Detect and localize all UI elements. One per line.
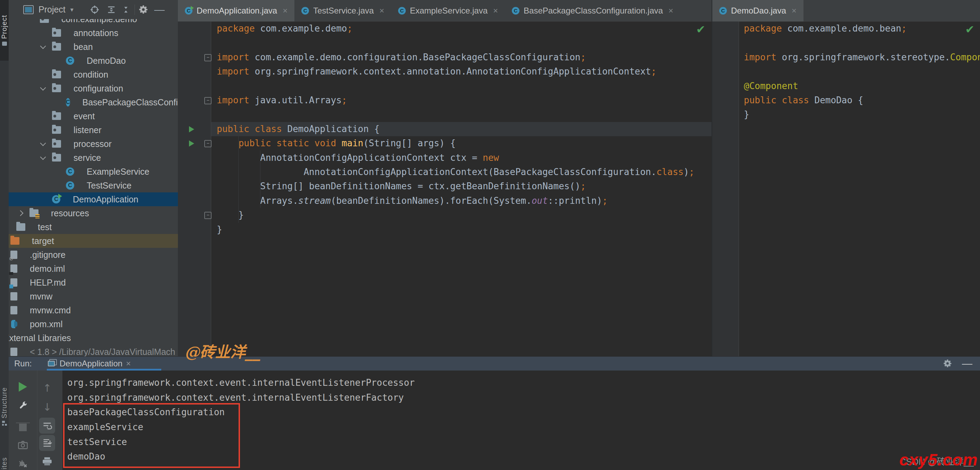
project-panel-title[interactable]: Project [38, 5, 65, 14]
hide-panel-icon[interactable]: — [154, 5, 165, 15]
tree-item-demoapplication[interactable]: CDemoApplication [9, 192, 178, 206]
tab-basepackageclassconfiguration-java[interactable]: CBasePackageClassConfiguration.java× [505, 0, 680, 22]
tree-item-condition[interactable]: condition [9, 68, 178, 81]
stop-button[interactable] [15, 421, 31, 434]
tree-item-pom-xml[interactable]: pom.xml [9, 317, 178, 331]
collapse-all-icon[interactable] [121, 5, 131, 15]
code-line: AnnotationConfigApplicationContext ctx =… [217, 151, 499, 165]
chevron-down-icon[interactable]: ▾ [70, 6, 73, 14]
chevron-down-icon[interactable] [40, 43, 46, 49]
close-icon[interactable]: × [379, 6, 384, 16]
tree-item--1-8-library-java-javavirtualmach[interactable]: < 1.8 > /Library/Java/JavaVirtualMach [9, 345, 178, 356]
project-window-icon[interactable] [23, 5, 33, 14]
class-run-icon: C [185, 7, 192, 14]
run-tab-label: DemoApplication [60, 359, 123, 368]
tree-item-annotations[interactable]: annotations [9, 26, 178, 40]
chevron-down-icon[interactable] [40, 140, 46, 146]
close-icon[interactable]: × [283, 6, 288, 16]
editor-gutter [712, 22, 739, 356]
soft-wrap-toggle[interactable] [39, 418, 55, 433]
code-line: AnnotationConfigApplicationContext(BaseP… [217, 165, 695, 179]
run-gutter-icon[interactable] [189, 140, 194, 147]
run-gutter-icon[interactable] [189, 126, 194, 132]
console-line: org.springframework.context.event.intern… [62, 375, 980, 390]
tree-item-resources[interactable]: resources [9, 206, 178, 220]
tab-label: DemoApplication.java [197, 6, 277, 16]
edit-configuration-wrench-icon[interactable] [15, 399, 31, 413]
editor-gutter [178, 22, 211, 356]
chevron-down-icon[interactable] [40, 85, 46, 91]
fold-marker-icon[interactable]: − [204, 212, 212, 219]
tree-item--gitignore[interactable]: .gitignore [9, 248, 178, 262]
close-icon[interactable]: × [668, 6, 673, 16]
scroll-to-end-toggle[interactable] [39, 435, 55, 451]
tree-item-label: TestService [87, 181, 131, 191]
no-problems-check-icon: ✔ [965, 23, 974, 36]
run-console[interactable]: org.springframework.context.event.intern… [62, 370, 980, 470]
tree-item-label: DemoApplication [73, 194, 138, 205]
run-tab[interactable]: DemoApplication × [48, 359, 131, 368]
print-icon[interactable] [39, 454, 55, 468]
expand-all-icon[interactable] [106, 5, 116, 15]
chevron-down-icon[interactable] [40, 154, 46, 160]
tree-item-listener[interactable]: listener [9, 123, 178, 137]
tree-item-mvnw[interactable]: mvnw [9, 289, 178, 303]
tab-testservice-java[interactable]: CTestService.java× [294, 0, 391, 22]
tree-item-label: mvnw [30, 292, 52, 302]
editor-left[interactable]: package com.example.demo;−import com.exa… [178, 22, 711, 356]
code-line: String[] beanDefinitionNames = ctx.getBe… [217, 179, 586, 194]
stripe-favorites-tab[interactable]: Favorites [0, 449, 9, 470]
rerun-button[interactable] [15, 380, 31, 394]
fold-marker-icon[interactable]: − [204, 54, 212, 61]
tree-item-demo-iml[interactable]: demo.iml [9, 262, 178, 276]
tree-item-label: demo.iml [30, 264, 65, 274]
tab-demodao-java[interactable]: CDemoDao.java× [712, 0, 803, 22]
code-line: Arrays.stream(beanDefinitionNames).forEa… [217, 194, 608, 208]
stripe-structure-tab[interactable]: Structure [0, 373, 9, 440]
tree-item-configuration[interactable]: configuration [9, 81, 178, 95]
unload-bug-icon[interactable] [15, 457, 31, 470]
close-icon[interactable]: × [126, 359, 131, 368]
tree-item-label: condition [73, 70, 108, 80]
tree-item-external-libraries[interactable]: External Libraries [9, 331, 178, 345]
code-line: public class DemoDao { [744, 93, 863, 108]
tab-demoapplication-java[interactable]: CDemoApplication.java× [178, 0, 294, 22]
fold-marker-icon[interactable]: − [204, 140, 212, 147]
close-icon[interactable]: × [792, 6, 797, 16]
tree-item-bean[interactable]: bean [9, 40, 178, 54]
tree-item-target[interactable]: target [9, 234, 178, 248]
package-icon [52, 112, 61, 120]
tree-item-processor[interactable]: processor [9, 137, 178, 151]
code-line: import org.springframework.stereotype.Co… [744, 50, 980, 65]
hide-run-panel-icon[interactable]: — [962, 358, 972, 370]
tree-item-label: listener [73, 125, 102, 135]
chevron-right-icon[interactable] [18, 210, 24, 216]
code-line: } [744, 108, 749, 122]
tree-item-testservice[interactable]: CTestService [9, 178, 178, 192]
folder-icon [16, 223, 25, 231]
locate-file-icon[interactable] [89, 5, 100, 15]
settings-gear-icon[interactable] [138, 5, 149, 15]
footer-watermark-red: cxy5.com [899, 450, 978, 469]
tab-label: ExampleService.java [410, 6, 488, 16]
up-arrow-icon[interactable]: ↑ [39, 381, 55, 395]
tree-item-basepackageclassconfiguration[interactable]: CBasePackageClassConfiguration [9, 95, 178, 109]
fold-marker-icon[interactable]: − [204, 97, 212, 104]
editor-pane-left: CDemoApplication.java×CTestService.java×… [178, 0, 711, 356]
file-git-icon [10, 251, 18, 259]
thread-dump-camera-icon[interactable] [15, 438, 31, 452]
close-icon[interactable]: × [493, 6, 498, 16]
run-settings-gear-icon[interactable] [943, 358, 953, 369]
tree-item-exampleservice[interactable]: CExampleService [9, 165, 178, 178]
tree-item-demodao[interactable]: CDemoDao [9, 54, 178, 68]
stripe-project-tab[interactable]: Project [0, 0, 9, 61]
tab-exampleservice-java[interactable]: CExampleService.java× [391, 0, 505, 22]
tree-item-test[interactable]: test [9, 220, 178, 234]
editor-right[interactable]: package com.example.demo.bean;import org… [712, 22, 980, 356]
down-arrow-icon[interactable]: ↓ [39, 400, 55, 414]
package-icon [52, 154, 61, 162]
tree-item-event[interactable]: event [9, 109, 178, 123]
tree-item-help-md[interactable]: HELP.md [9, 276, 178, 289]
tree-item-mvnw-cmd[interactable]: mvnw.cmd [9, 303, 178, 317]
tree-item-service[interactable]: service [9, 151, 178, 165]
